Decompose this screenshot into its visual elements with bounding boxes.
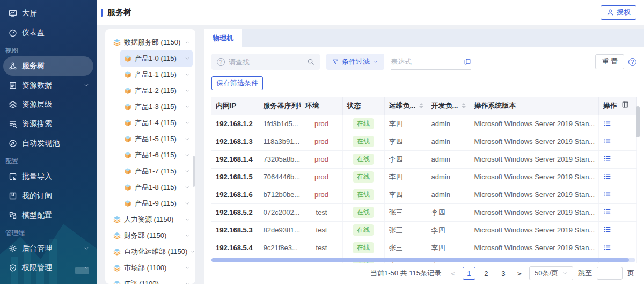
sidebar-item[interactable]: 批量导入 [0, 167, 97, 186]
table-vertical-scrollbar[interactable] [636, 106, 640, 137]
help-icon[interactable]: ? [628, 58, 636, 66]
chevron-down-icon[interactable] [84, 246, 89, 251]
tree-node[interactable]: 产品1-3 (115) [120, 99, 193, 115]
jump-page-input[interactable] [597, 267, 623, 280]
tree-node[interactable]: IT部 (1100) [109, 276, 193, 284]
sidebar-item[interactable]: 资源数据 [0, 76, 97, 95]
chevron-down-icon[interactable] [185, 152, 190, 158]
row-actions-icon[interactable] [603, 155, 611, 163]
sidebar-item[interactable]: 资源搜索 [0, 114, 97, 134]
column-header[interactable]: 开发负... [427, 97, 470, 115]
tree-node[interactable]: 财务部 (1150) [109, 228, 193, 244]
tree-scrollbar[interactable] [193, 156, 195, 187]
cell-action[interactable] [598, 239, 617, 257]
reset-button[interactable]: 重 置 [595, 54, 624, 69]
page-number-button[interactable]: 1 [463, 267, 475, 280]
sidebar-item[interactable]: 服务树 [3, 56, 93, 76]
expression-field[interactable] [391, 54, 471, 70]
cell-dev-owner: admin [427, 133, 470, 150]
table-horizontal-scrollbar[interactable] [211, 258, 635, 262]
tree-node[interactable]: 产品1-4 (115) [120, 115, 193, 131]
tab-item[interactable]: 物理机 [204, 29, 242, 47]
expression-input[interactable] [391, 57, 459, 65]
cell-action[interactable] [598, 221, 617, 239]
cell-action[interactable] [598, 203, 617, 221]
chevron-down-icon[interactable] [185, 233, 190, 238]
tree-node[interactable]: 数据服务部 (1150) [109, 34, 193, 50]
filter-button[interactable]: 条件过滤 [326, 54, 384, 70]
chevron-down-icon[interactable] [185, 201, 190, 206]
column-header[interactable] [617, 97, 636, 115]
page-number-button[interactable]: 2 [480, 267, 493, 280]
search-box[interactable]: ? [211, 54, 320, 70]
cell-env: prod [301, 186, 342, 203]
authorize-button[interactable]: 授权 [601, 5, 636, 20]
sidebar-item[interactable]: 自动发现池 [0, 134, 97, 153]
chevron-down-icon[interactable] [185, 185, 190, 190]
tree-node-label: 产品1-9 (115) [135, 199, 177, 208]
chevron-down-icon[interactable] [185, 88, 190, 93]
sort-caret-icon[interactable] [462, 103, 466, 108]
row-actions-icon[interactable] [603, 208, 611, 216]
chevron-down-icon[interactable] [84, 83, 89, 88]
tree-node[interactable]: 产品1-0 (115) [120, 50, 193, 67]
column-settings-icon[interactable] [621, 101, 629, 108]
cell-action[interactable] [598, 186, 617, 203]
tree-node[interactable]: 产品1-9 (115) [120, 195, 193, 212]
row-actions-icon[interactable] [603, 225, 611, 234]
chevron-up-icon[interactable] [185, 40, 190, 45]
sidebar-item[interactable]: 权限管理 [0, 258, 97, 278]
save-filter-button[interactable]: 保存筛选条件 [211, 76, 263, 90]
row-actions-icon[interactable] [603, 190, 611, 198]
sidebar: 大屏仪表盘视图服务树资源数据资源层级资源搜索自动发现池配置批量导入我的订阅模型配… [0, 0, 97, 284]
chevron-down-icon[interactable] [185, 281, 190, 284]
tree-node[interactable]: 人力资源 (1150) [109, 212, 193, 228]
chevron-down-icon[interactable] [190, 249, 195, 254]
chevron-down-icon[interactable] [185, 72, 190, 77]
sidebar-item[interactable]: 仪表盘 [0, 23, 97, 42]
next-page-button[interactable]: > [515, 270, 524, 278]
tree-node[interactable]: 产品1-6 (115) [120, 147, 193, 163]
page-number-button[interactable]: 3 [497, 267, 510, 280]
page-size-select[interactable]: 50条/页 [529, 266, 573, 280]
cell-action[interactable] [598, 150, 617, 168]
import-icon [9, 172, 17, 181]
sidebar-item[interactable]: 资源层级 [0, 95, 97, 114]
cell-ip: 192.168.5.2 [211, 203, 259, 221]
horizontal-scroll-thumb[interactable] [211, 258, 629, 262]
tree-node[interactable]: 自动化运维部 (1150) [109, 244, 193, 260]
copy-icon[interactable] [464, 58, 471, 65]
sort-caret-icon[interactable] [419, 103, 423, 108]
tree-node[interactable]: 市场部 (1100) [109, 260, 193, 276]
tree-node[interactable]: 产品1-8 (115) [120, 179, 193, 195]
tree-node[interactable]: 产品1-7 (115) [120, 163, 193, 179]
row-actions-icon[interactable] [603, 172, 611, 180]
search-input[interactable] [229, 58, 303, 66]
cell-ops-owner: 李四 [384, 168, 427, 186]
cell-action[interactable] [598, 168, 617, 186]
cell-status: 在线 [342, 239, 384, 257]
chevron-down-icon[interactable] [185, 104, 190, 110]
chevron-down-icon[interactable] [84, 265, 89, 271]
chevron-down-icon[interactable] [185, 169, 190, 174]
cell-action[interactable] [598, 115, 617, 133]
row-actions-icon[interactable] [603, 137, 611, 145]
sidebar-item[interactable]: 模型配置 [0, 206, 97, 225]
chevron-down-icon[interactable] [185, 56, 190, 61]
tree-node[interactable]: 产品1-1 (115) [120, 67, 193, 83]
cell-action[interactable] [598, 133, 617, 150]
row-actions-icon[interactable] [603, 119, 611, 127]
sidebar-item[interactable]: 我的订阅 [0, 186, 97, 206]
chevron-down-icon[interactable] [185, 120, 190, 126]
sidebar-item[interactable]: 大屏 [0, 4, 97, 23]
chevron-down-icon[interactable] [185, 217, 190, 222]
tree-node[interactable]: 产品1-2 (115) [120, 83, 193, 99]
search-icon[interactable] [307, 58, 314, 65]
row-actions-icon[interactable] [603, 243, 611, 251]
chevron-down-icon[interactable] [185, 136, 190, 142]
column-header[interactable]: 运维负... [384, 97, 427, 115]
sidebar-item[interactable]: 后台管理 [0, 239, 97, 258]
tree-node[interactable]: 产品1-5 (115) [120, 131, 193, 147]
prev-page-button[interactable]: < [448, 270, 458, 278]
chevron-down-icon[interactable] [185, 265, 190, 271]
